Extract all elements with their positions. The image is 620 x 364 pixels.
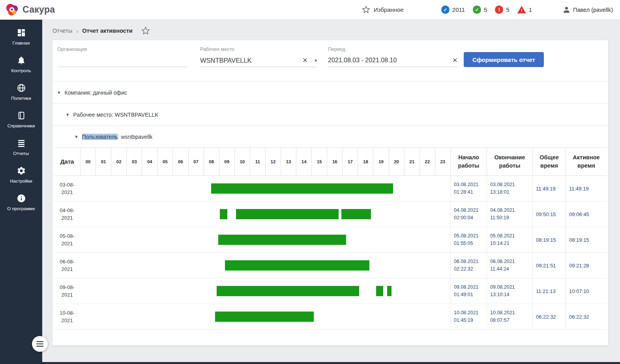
group-company[interactable]: ▾ Компания: дачный офис <box>52 81 608 103</box>
badge-warning[interactable]: ! 1 <box>517 6 532 13</box>
activity-bar <box>236 209 339 219</box>
row-active-time: 09:21:28 <box>566 253 607 278</box>
sidebar-item-home[interactable]: Главная <box>0 23 42 50</box>
row-activity-track <box>80 176 450 201</box>
group-workplace[interactable]: ▾ Рабочее место: WSNTBPAVELLK <box>52 103 608 125</box>
period-input[interactable]: 2021.08.03 - 2021.08.10 × <box>328 54 458 67</box>
row-active-time: 08:19:15 <box>566 227 607 252</box>
row-start-time: 09.08.2021 01:49:01 <box>450 278 487 304</box>
sidebar-item-label: Настройки <box>10 179 32 183</box>
book-icon <box>17 111 26 120</box>
generate-report-button[interactable]: Сформировать отчет <box>464 52 544 67</box>
hour-header-cell: 16 <box>327 148 342 175</box>
row-start-time: 05.08.2021 01:55:05 <box>450 227 487 252</box>
badge-ok[interactable]: ✓ 5 <box>473 6 487 14</box>
sidebar-item-policies[interactable]: Политики <box>0 78 42 106</box>
hour-header-cell: 00 <box>80 148 96 175</box>
hour-header-cell: 04 <box>142 148 157 175</box>
logo[interactable]: Сакура <box>5 2 55 17</box>
activity-bar <box>387 286 392 296</box>
activity-bar <box>218 235 346 245</box>
activity-bar <box>220 209 228 219</box>
row-start-time: 06.08.2021 02:22:32 <box>450 253 487 278</box>
col-date: Дата <box>54 148 80 175</box>
row-end-time: 03.08.2021 13:18:01 <box>487 176 532 201</box>
badge-checked-total[interactable]: ✓ 2011 <box>441 6 465 14</box>
top-header: Сакура Избранное ✓ 2011 ✓ 5 ! <box>0 0 620 20</box>
user-name: Павел (pavellk) <box>573 7 613 13</box>
favorite-page-button[interactable] <box>141 26 150 35</box>
sidebar-item-label: Главная <box>13 41 30 45</box>
group-company-label: Компания: дачный офис <box>65 90 127 96</box>
sidebar-item-reports[interactable]: Отчеты <box>0 133 42 161</box>
row-start-time: 04.08.2021 02:00:04 <box>450 202 487 227</box>
star-icon <box>362 6 370 14</box>
table-row: 06-08- 2021 06.08.2021 02:22:32 06.08.20… <box>54 253 607 278</box>
organization-label: Организация <box>57 47 187 52</box>
col-total: Общее время <box>532 148 566 175</box>
workplace-input[interactable]: WSNTBPAVELLK × ▾ <box>200 54 317 67</box>
activity-bar <box>225 260 369 271</box>
user-menu[interactable]: Павел (pavellk) <box>563 6 613 13</box>
table-header: Дата 00010203040506070809101112131415161… <box>54 147 607 176</box>
selected-text: Пользователь <box>82 134 118 140</box>
sakura-logo-icon <box>5 2 20 17</box>
table-row: 09-08- 2021 09.08.2021 01:49:01 09.08.20… <box>54 278 607 304</box>
group-user-label: Пользователь: wsntbpavellk <box>82 134 153 140</box>
hour-header-cell: 01 <box>96 148 111 175</box>
hour-header-cell: 14 <box>296 148 311 175</box>
organization-input[interactable] <box>57 54 187 67</box>
row-total-time: 06:22:32 <box>532 304 566 329</box>
gear-icon <box>17 166 26 175</box>
favorites-button[interactable]: Избранное <box>362 6 404 14</box>
col-active: Активное время <box>566 148 607 175</box>
breadcrumb-separator-icon: › <box>76 28 78 34</box>
breadcrumb-parent[interactable]: Отчеты <box>52 28 72 34</box>
badge-count: 1 <box>529 6 532 13</box>
hour-header-row: 0001020304050607080910111213141516171819… <box>80 148 450 175</box>
check-circle-icon: ✓ <box>441 6 450 14</box>
period-field: Период 2021.08.03 - 2021.08.10 × <box>328 47 458 67</box>
dashboard-icon <box>17 28 26 37</box>
clear-period-icon[interactable]: × <box>451 56 458 65</box>
warning-triangle-icon: ! <box>517 6 526 13</box>
activity-bar <box>341 209 371 219</box>
row-total-time: 09:50:15 <box>532 202 566 227</box>
bottom-strip <box>0 362 620 364</box>
hour-header-cell: 12 <box>265 148 281 175</box>
error-circle-icon: ! <box>495 6 503 14</box>
sidebar-item-label: Справочники <box>7 123 35 128</box>
row-date: 03-08- 2021 <box>54 176 80 201</box>
activity-report-table: Дата 00010203040506070809101112131415161… <box>54 147 607 330</box>
row-active-time: 11:49:19 <box>566 176 607 201</box>
sidebar-item-about[interactable]: О программе <box>0 189 42 216</box>
row-active-time: 09:06:45 <box>566 202 607 227</box>
group-user[interactable]: ▾ Пользователь: wsntbpavellk <box>52 125 608 147</box>
hour-header-cell: 13 <box>281 148 296 175</box>
row-activity-track <box>80 253 450 278</box>
hour-header-cell: 02 <box>111 148 126 175</box>
hour-header-cell: 03 <box>126 148 142 175</box>
favorites-label: Избранное <box>374 6 404 13</box>
hour-header-cell: 05 <box>157 148 172 175</box>
status-badges: ✓ 2011 ✓ 5 ! 5 ! 1 <box>441 6 532 14</box>
row-active-time: 06:22:32 <box>566 304 607 329</box>
sidebar-item-references[interactable]: Справочники <box>0 106 42 133</box>
sidebar-item-settings[interactable]: Настройки <box>0 161 42 189</box>
hour-header-cell: 17 <box>342 148 358 175</box>
clear-workplace-icon[interactable]: × <box>302 56 309 65</box>
workplace-label: Рабочее место <box>200 47 317 52</box>
table-row: 05-08- 2021 05.08.2021 01:55:05 05.08.20… <box>54 227 607 253</box>
person-icon <box>563 6 570 13</box>
sidebar-item-control[interactable]: Контроль <box>0 50 42 78</box>
row-end-time: 06.08.2021 11:44:24 <box>487 253 532 278</box>
sidebar-item-label: Отчеты <box>13 151 29 156</box>
app-root: Сакура Избранное ✓ 2011 ✓ 5 ! <box>0 0 620 364</box>
activity-bar <box>376 286 383 296</box>
col-end: Окончание работы <box>487 148 532 175</box>
collapse-caret-icon: ▾ <box>66 112 69 118</box>
menu-toggle-button[interactable] <box>32 336 48 352</box>
workplace-dropdown-caret-icon[interactable]: ▾ <box>315 58 317 63</box>
activity-bar <box>215 312 314 322</box>
badge-error[interactable]: ! 5 <box>495 6 509 14</box>
